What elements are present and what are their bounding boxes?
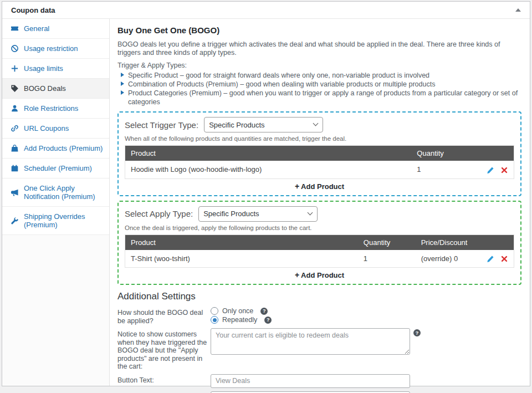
coupon-tabs-sidebar: General Usage restriction Usage limits B… — [2, 19, 110, 386]
apply-helper-text: Once the deal is triggered, apply the fo… — [125, 224, 514, 232]
wrench-icon — [11, 217, 19, 225]
type-item-text: Combination of Products (Premium) – good… — [128, 80, 435, 89]
sidebar-item-shipping-overrides[interactable]: Shipping Overrides (Premium) — [2, 207, 109, 235]
column-header-quantity: Quantity — [358, 234, 416, 250]
bogo-panel-content: Buy One Get One (BOGO) BOGO deals let yo… — [110, 19, 530, 386]
button-text-input[interactable] — [211, 374, 410, 388]
sidebar-item-url-coupons[interactable]: URL Coupons — [2, 119, 109, 139]
additional-settings-heading: Additional Settings — [117, 291, 521, 302]
apply-mode-label: How should the BOGO deal be applied? — [117, 307, 211, 325]
apply-section: Select Apply Type: Specific Products Onc… — [117, 201, 521, 285]
sidebar-item-label: URL Coupons — [24, 124, 69, 132]
type-item: Combination of Products (Premium) – good… — [117, 80, 521, 89]
sidebar-item-label: Role Restrictions — [24, 104, 78, 113]
price-discount-cell: (override) 0 — [416, 250, 482, 268]
triangle-bullet-icon — [121, 90, 124, 95]
table-row: Hoodie with Logo (woo-hoodie-with-logo) … — [125, 161, 514, 178]
button-text-row: Button Text: — [117, 374, 521, 388]
page-title: Buy One Get One (BOGO) — [117, 25, 521, 35]
ticket-icon — [11, 24, 19, 33]
sidebar-item-label: Add Products (Premium) — [24, 144, 103, 152]
product-cell: Hoodie with Logo (woo-hoodie-with-logo) — [125, 161, 412, 178]
apply-type-select[interactable]: Specific Products — [198, 206, 318, 222]
link-icon — [11, 124, 19, 132]
sidebar-item-label: Usage limits — [24, 64, 63, 73]
help-icon[interactable] — [260, 308, 268, 315]
notice-label: Notice to show customers when they have … — [117, 328, 211, 371]
quantity-cell: 1 — [358, 250, 416, 268]
coupon-data-panel: Coupon data General Usage restriction Us… — [2, 1, 530, 386]
notice-row: Notice to show customers when they have … — [117, 328, 521, 371]
column-header-quantity: Quantity — [411, 146, 481, 161]
sidebar-item-scheduler[interactable]: Scheduler (Premium) — [2, 159, 109, 178]
type-item-text: Specific Product – good for straight for… — [128, 71, 429, 80]
repeatedly-label: Repeatedly — [222, 315, 257, 324]
button-url-input[interactable] — [211, 391, 410, 393]
sidebar-item-label: Shipping Overrides (Premium) — [24, 212, 105, 229]
trigger-type-label: Select Trigger Type: — [125, 120, 198, 130]
product-cell: T-Shirt (woo-tshirt) — [125, 250, 358, 268]
sidebar-item-usage-limits[interactable]: Usage limits — [2, 59, 109, 79]
quantity-cell: 1 — [411, 161, 481, 178]
button-text-label: Button Text: — [117, 374, 211, 388]
button-url-label: Button URL: — [117, 391, 211, 393]
delete-x-icon[interactable] — [500, 166, 508, 174]
trigger-products-table: Product Quantity Hoodie with Logo (woo-h… — [125, 145, 514, 179]
help-icon[interactable] — [264, 317, 272, 324]
plus-icon: + — [295, 182, 299, 191]
triangle-bullet-icon — [121, 73, 124, 77]
sidebar-item-add-products[interactable]: Add Products (Premium) — [2, 139, 109, 159]
edit-pencil-icon[interactable] — [487, 255, 494, 263]
apply-products-table: Product Quantity Price/Discount T-Shirt … — [125, 234, 514, 268]
collapse-arrow-icon[interactable] — [515, 8, 521, 12]
trigger-type-select[interactable]: Specific Products — [204, 117, 323, 132]
plus-icon: + — [295, 270, 299, 279]
plus-icon — [11, 64, 19, 73]
types-label: Trigger & Apply Types: — [117, 62, 521, 69]
column-header-actions — [481, 146, 514, 161]
apply-type-label: Select Apply Type: — [125, 209, 193, 218]
sidebar-item-usage-restriction[interactable]: Usage restriction — [2, 39, 109, 59]
intro-text: BOGO deals let you define a trigger whic… — [117, 40, 521, 57]
apply-mode-row: How should the BOGO deal be applied? Onl… — [117, 307, 521, 325]
triangle-bullet-icon — [121, 81, 124, 86]
sidebar-item-label: BOGO Deals — [24, 84, 66, 93]
tags-icon — [11, 84, 19, 93]
button-url-row: Button URL: — [117, 391, 521, 393]
trigger-helper-text: When all of the following products and q… — [125, 135, 514, 142]
column-header-actions — [481, 234, 514, 250]
only-once-radio[interactable] — [211, 307, 218, 315]
column-header-product: Product — [125, 234, 358, 250]
add-product-button[interactable]: +Add Product — [295, 182, 344, 191]
table-row: T-Shirt (woo-tshirt) 1 (override) 0 — [125, 250, 514, 268]
sidebar-item-label: General — [24, 24, 49, 33]
type-item-text: Product Categories (Premium) – good when… — [128, 89, 521, 106]
type-item: Product Categories (Premium) – good when… — [117, 89, 521, 106]
user-icon — [11, 104, 19, 113]
bag-icon — [11, 144, 19, 152]
panel-title: Coupon data — [11, 6, 55, 14]
delete-x-icon[interactable] — [500, 255, 508, 263]
sidebar-item-one-click-apply-notification[interactable]: One Click Apply Notification (Premium) — [2, 178, 109, 207]
panel-body: General Usage restriction Usage limits B… — [2, 19, 530, 386]
type-item: Specific Product – good for straight for… — [117, 71, 521, 80]
sidebar-item-general[interactable]: General — [2, 19, 109, 39]
column-header-product: Product — [125, 146, 412, 161]
column-header-price-discount: Price/Discount — [416, 234, 482, 250]
help-icon[interactable] — [413, 329, 421, 336]
no-entry-icon — [11, 44, 19, 53]
only-once-label: Only once — [222, 307, 253, 315]
sidebar-item-bogo-deals[interactable]: BOGO Deals — [2, 79, 109, 99]
repeatedly-radio[interactable] — [211, 316, 218, 324]
trigger-section: Select Trigger Type: Specific Products W… — [117, 111, 521, 196]
sidebar-item-role-restrictions[interactable]: Role Restrictions — [2, 99, 109, 119]
notice-textarea[interactable]: Your current cart is eligible to redeem … — [211, 328, 410, 355]
sidebar-item-label: Scheduler (Premium) — [24, 164, 92, 172]
sidebar-item-label: Usage restriction — [24, 44, 78, 53]
calendar-icon — [11, 164, 19, 172]
panel-header: Coupon data — [2, 2, 530, 19]
edit-pencil-icon[interactable] — [487, 166, 494, 174]
add-product-button[interactable]: +Add Product — [295, 270, 344, 279]
megaphone-icon — [11, 188, 19, 197]
sidebar-item-label: One Click Apply Notification (Premium) — [24, 184, 105, 201]
